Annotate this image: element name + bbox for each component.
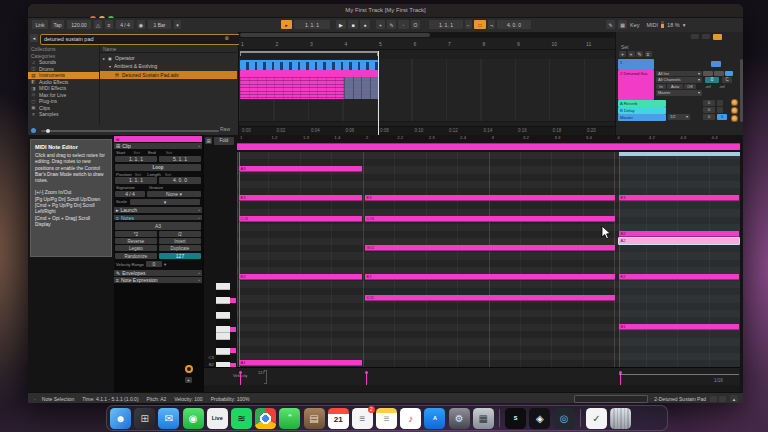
grid-setting-label[interactable]: 1/16 — [714, 378, 723, 383]
length-set-button[interactable]: Set — [165, 172, 172, 177]
browser-collapse-icon[interactable]: ◂ — [30, 34, 38, 42]
tempo-field[interactable]: 120.00 — [67, 20, 91, 29]
loop-switch[interactable]: □ — [474, 20, 486, 29]
clip-color-bar[interactable]: ⊞ — [114, 136, 202, 142]
velocity-marker[interactable] — [365, 371, 368, 374]
duplicate-button[interactable]: Duplicate — [159, 245, 201, 251]
midi-note[interactable]: C#3 — [365, 216, 615, 222]
clip-signature-field[interactable]: 4 / 4 — [115, 191, 145, 198]
track-2-output-chooser[interactable]: Master▾ — [656, 90, 702, 96]
loop-length-field-clip[interactable]: 4. 0. 0 — [159, 177, 201, 184]
midi-note[interactable]: A3 — [239, 166, 362, 172]
cpu-chevron-icon[interactable]: ▾ — [683, 22, 686, 28]
quantization-chevron-icon[interactable]: ▾ — [174, 20, 181, 29]
preview-toggle[interactable] — [31, 128, 36, 133]
clip-section-header[interactable]: ⊞Clip◦ — [114, 143, 202, 149]
notes-section-header[interactable]: ≡Notes◦ — [114, 214, 202, 220]
midi-note[interactable]: C#3 — [239, 216, 362, 222]
add-marker-icon[interactable]: + — [619, 51, 626, 57]
track-2-clip[interactable] — [240, 70, 378, 99]
velocity-range-value[interactable]: 0 — [146, 261, 162, 267]
dock-icon-trash[interactable] — [610, 408, 631, 429]
scroll-left-button[interactable] — [691, 34, 699, 39]
monitor-in-button[interactable]: In — [656, 84, 666, 90]
velocity-lane[interactable]: Velocity 127 1/16 — [204, 367, 740, 386]
return-a-pan[interactable] — [717, 100, 723, 106]
grid-icon[interactable]: ⊞ — [205, 137, 212, 144]
midi-loop-bar[interactable] — [237, 143, 740, 150]
sidebar-item-samples[interactable]: ≡Samples — [28, 111, 99, 118]
follow-button[interactable]: ▸ — [281, 20, 292, 29]
quantization-menu[interactable]: 1 Bar — [148, 20, 171, 29]
piano-key[interactable] — [216, 297, 230, 304]
add-locator-icon[interactable]: + — [628, 51, 635, 57]
collections-header[interactable]: Collections — [31, 46, 55, 52]
invert-button[interactable]: Invert — [159, 238, 201, 244]
overdub-button[interactable]: + — [376, 20, 385, 29]
piano-key[interactable] — [216, 312, 230, 319]
midi-note[interactable]: E2 — [365, 274, 615, 280]
master-knob[interactable] — [731, 115, 738, 122]
envelopes-section-header[interactable]: ✎Envelopes◦ — [114, 270, 202, 276]
double-tempo-button[interactable]: *2 — [115, 231, 157, 237]
track-2-volume[interactable]: 0 — [705, 77, 719, 83]
dock-icon-notes[interactable]: ≡ — [376, 408, 397, 429]
dock-icon-document[interactable]: ✓ — [586, 408, 607, 429]
loop-button[interactable]: Loop — [115, 164, 201, 171]
track-1-clip[interactable] — [240, 60, 378, 70]
piano-key[interactable] — [216, 340, 230, 347]
dock-icon-native-access[interactable]: ◈ — [529, 408, 550, 429]
scale-chooser[interactable]: ▾ — [130, 199, 200, 206]
velocity-range-chevron-icon[interactable]: ▾ — [164, 262, 166, 267]
file-row[interactable]: ▸▣Operator — [100, 54, 237, 62]
lock-icon[interactable]: ≡ — [645, 51, 652, 57]
track-2-lane[interactable] — [239, 70, 615, 101]
return-a-header[interactable]: A Reverb — [618, 100, 666, 107]
start-set-button[interactable]: Set — [133, 150, 140, 155]
midi-beat-ruler[interactable]: 11.21.31.422.22.32.433.23.33.444.24.34.4 — [237, 135, 740, 142]
panel-up-icon[interactable]: ▴ — [730, 395, 738, 402]
root-note-field[interactable]: A3 — [115, 222, 201, 230]
record-button[interactable]: ● — [360, 20, 370, 29]
piano-key[interactable] — [216, 348, 230, 355]
current-device-label[interactable]: 2-Detuned Sustain Pad — [654, 396, 706, 402]
midi-note[interactable]: E2 — [239, 274, 362, 280]
dock-icon-ableton-live[interactable]: Live — [207, 408, 228, 429]
midi-note[interactable]: A1 — [239, 360, 362, 366]
master-volume[interactable]: 0 — [703, 114, 715, 120]
dock-icon-facetime[interactable]: ◉ — [183, 408, 204, 429]
midi-note[interactable]: E3 — [365, 195, 615, 201]
midi-map-button[interactable]: MIDI — [646, 22, 658, 28]
dock-icon-spotify[interactable]: ≋ — [231, 408, 252, 429]
automation-lane-button[interactable] — [185, 365, 193, 373]
preview-handle[interactable] — [46, 129, 50, 133]
file-row[interactable]: ▾Ambient & Evolving — [100, 62, 237, 70]
computer-midi-keyboard-icon[interactable]: ▦ — [618, 20, 627, 29]
midi-note[interactable]: B2 — [619, 231, 739, 237]
return-b-knob[interactable] — [731, 107, 738, 114]
midi-note[interactable]: E3 — [239, 195, 362, 201]
return-b-header[interactable]: B Delay — [618, 107, 666, 114]
search-input[interactable] — [40, 34, 244, 45]
dock-icon-reminders[interactable]: ≡2 — [352, 408, 373, 429]
piano-key[interactable] — [216, 319, 230, 326]
stop-button[interactable]: ■ — [348, 20, 358, 29]
master-output-chooser[interactable]: 1/2▾ — [668, 114, 690, 120]
track-2-pan[interactable]: C — [722, 77, 732, 83]
punch-in-icon[interactable]: ⌐ — [465, 20, 472, 29]
dock-icon-keyboard-prefs[interactable]: ▦ — [473, 408, 494, 429]
velocity-marker[interactable] — [239, 371, 242, 374]
link-button[interactable]: Link — [32, 20, 48, 29]
return-a-volume[interactable]: 0 — [703, 100, 715, 106]
legato-button[interactable]: Legato — [115, 245, 157, 251]
clip-start-field[interactable]: 1. 1. 1 — [115, 156, 157, 163]
beat-time-ruler[interactable]: 1234567891011 — [239, 39, 615, 50]
dock-icon-mail[interactable]: ✉ — [158, 408, 179, 429]
randomize-value[interactable]: 127 — [159, 253, 201, 259]
re-enable-automation-button[interactable]: O — [411, 20, 420, 29]
arrangement-position-field[interactable]: 1. 1. 1 — [294, 20, 330, 29]
loop-start-field[interactable]: 1. 1. 1 — [429, 20, 463, 29]
file-row[interactable]: ▤Detuned Sustain Pad.adv — [100, 71, 237, 79]
randomize-button[interactable]: Randomize — [115, 253, 157, 259]
add-lane-button[interactable]: + — [185, 377, 192, 383]
